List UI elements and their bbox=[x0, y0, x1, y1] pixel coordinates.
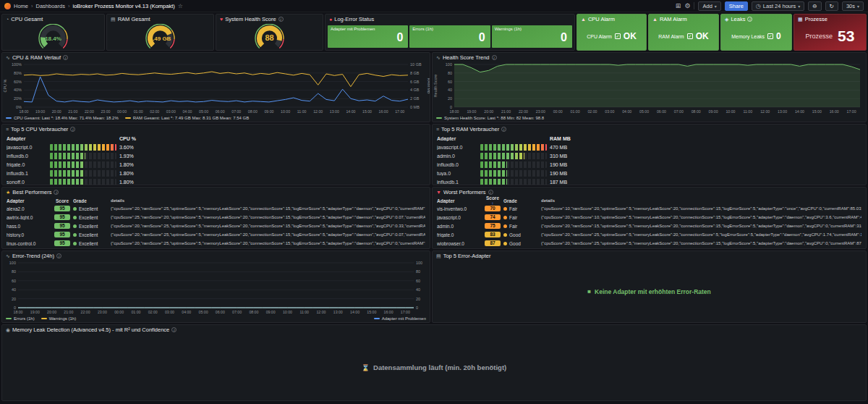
column-header-value[interactable]: RAM MB bbox=[550, 136, 586, 141]
top-nav: Home › Dashboards › ioBroker Prozess Mon… bbox=[0, 0, 868, 12]
svg-text:23:00: 23:00 bbox=[98, 310, 107, 314]
breadcrumb-home[interactable]: Home bbox=[14, 3, 28, 9]
svg-text:08:00: 08:00 bbox=[248, 109, 258, 114]
refresh-icon: ↻ bbox=[830, 3, 834, 9]
legend-item[interactable]: System Health Score: Last *: 88 Min: 82 … bbox=[436, 116, 544, 120]
health-score-chart[interactable]: 020406080100Health Score18:0019:0020:002… bbox=[433, 62, 866, 114]
column-header[interactable]: Score bbox=[54, 198, 70, 203]
grade-dot-icon bbox=[503, 224, 507, 228]
info-icon[interactable]: i bbox=[492, 55, 497, 60]
column-header-sorted[interactable]: Score ↑ bbox=[485, 195, 501, 206]
usage-bar bbox=[480, 161, 547, 168]
panel-title: CPU Gesamt bbox=[11, 16, 43, 22]
down-triangle-icon: ▼ bbox=[436, 190, 441, 195]
svg-text:18.4%: 18.4% bbox=[45, 35, 61, 42]
panel-header[interactable]: ◉ Memory Leak Detection (Advanced v4.5) … bbox=[2, 325, 866, 334]
panel-header[interactable]: ∿ CPU & RAM Verlauf i bbox=[2, 53, 430, 62]
svg-text:100: 100 bbox=[416, 261, 422, 265]
info-icon[interactable]: i bbox=[70, 127, 75, 132]
panel-header[interactable]: ≡ Top 5 CPU Verbraucher i bbox=[2, 125, 430, 134]
add-button[interactable]: Add ▾ bbox=[698, 1, 720, 11]
column-header[interactable]: Grade bbox=[503, 198, 538, 203]
column-header[interactable]: details bbox=[541, 198, 861, 203]
column-header[interactable]: Grade bbox=[73, 198, 108, 203]
breadcrumb-dashboards[interactable]: Dashboards bbox=[36, 3, 65, 9]
breadcrumb-dashboard-title[interactable]: ioBroker Prozess Monitor v4.13 (Kompakt) bbox=[72, 3, 174, 9]
panel-title: Health Score Trend bbox=[443, 54, 490, 61]
info-icon[interactable]: i bbox=[54, 190, 59, 195]
stat-label: Warnings (1h) bbox=[495, 27, 522, 31]
panel-log-error-status: ● Log-Error Status Adapter mit Problemen… bbox=[325, 14, 575, 51]
grade-cell: Excellent bbox=[73, 224, 108, 229]
info-icon[interactable]: i bbox=[747, 17, 752, 22]
svg-text:07:00: 07:00 bbox=[231, 109, 241, 114]
favorite-star-icon[interactable]: ☆ bbox=[178, 3, 183, 9]
panel-title: CPU Alarm bbox=[588, 16, 615, 22]
column-header-adapter[interactable]: Adapter bbox=[437, 136, 477, 141]
panel-header[interactable]: ● Log-Error Status bbox=[326, 14, 574, 24]
column-header[interactable]: Adapter bbox=[7, 198, 51, 203]
dashboard-settings-gear-icon[interactable]: ⚙ bbox=[684, 2, 690, 9]
info-icon[interactable]: i bbox=[278, 17, 284, 22]
svg-text:21:00: 21:00 bbox=[68, 109, 77, 114]
svg-text:03:00: 03:00 bbox=[165, 310, 174, 314]
column-header-adapter[interactable]: Adapter bbox=[7, 136, 47, 141]
legend-item[interactable]: RAM Gesamt: Last *: 7.49 GB Max: 8.31 GB… bbox=[125, 116, 249, 120]
table-icon: ▤ bbox=[436, 253, 441, 259]
info-icon[interactable]: i bbox=[63, 55, 68, 60]
prozesse-stat: Prozesse 53 bbox=[794, 22, 866, 50]
panel-header[interactable]: ★ Best Performers i bbox=[2, 188, 430, 197]
error-trend-chart[interactable]: 00202040406060808010010018:0019:0020:002… bbox=[2, 261, 430, 314]
panel-header[interactable]: ∿ Health Score Trend i bbox=[433, 53, 866, 62]
svg-text:04:00: 04:00 bbox=[182, 310, 191, 314]
svg-text:7.49 GB: 7.49 GB bbox=[150, 35, 171, 42]
adapter-name: frigate.0 bbox=[437, 232, 482, 237]
info-icon[interactable]: i bbox=[171, 327, 176, 332]
panel-cpu-alarm: ▲ CPU Alarm CPU Alarm ✓ OK bbox=[576, 14, 647, 51]
refresh-button[interactable]: ↻ bbox=[825, 1, 838, 11]
grafana-logo[interactable] bbox=[4, 3, 11, 9]
svg-text:21:00: 21:00 bbox=[501, 109, 511, 114]
grade-cell: Fair bbox=[503, 215, 538, 220]
legend-item[interactable]: Warnings (1h) bbox=[41, 316, 76, 321]
info-icon[interactable]: i bbox=[56, 253, 61, 258]
svg-text:17:00: 17:00 bbox=[401, 310, 410, 314]
column-header[interactable]: Adapter bbox=[437, 198, 482, 203]
cpu-ram-chart[interactable]: 0%0 MB20%2 GB40%4 GB60%6 GB80%8 GB100%10… bbox=[2, 62, 430, 114]
column-header[interactable]: details bbox=[111, 198, 425, 203]
adapter-name: frigate.0 bbox=[7, 162, 47, 167]
info-icon[interactable]: i bbox=[501, 127, 506, 132]
legend-item[interactable]: Errors (1h) bbox=[6, 316, 35, 321]
ram-gauge: 7.49 GB bbox=[107, 24, 213, 50]
panel-header[interactable]: ♥ System Health Score i bbox=[216, 14, 323, 24]
table-row: awtrix-light.095Excellent{"cpuScore":25,… bbox=[7, 213, 425, 222]
svg-text:15:00: 15:00 bbox=[812, 109, 822, 114]
svg-text:11:00: 11:00 bbox=[297, 109, 307, 114]
panel-header[interactable]: ◔ CPU Gesamt bbox=[2, 14, 104, 24]
panel-cpu-gesamt: ◔ CPU Gesamt 18.4% bbox=[1, 14, 105, 51]
add-panel-icon[interactable]: ⊞ bbox=[676, 2, 681, 9]
panel-header[interactable]: ≡ Top 5 RAM Verbraucher i bbox=[433, 125, 866, 134]
panel-header[interactable]: ▤ RAM Gesamt bbox=[107, 14, 213, 24]
refresh-interval-picker[interactable]: 30s ▾ bbox=[842, 1, 864, 11]
panel-header[interactable]: ▤ Top 5 Error-Adapter bbox=[433, 251, 866, 261]
info-icon[interactable]: i bbox=[488, 190, 493, 195]
legend-item[interactable]: CPU Gesamt: Last *: 18.4% Max: 71.4% Mea… bbox=[6, 116, 119, 120]
column-spacer bbox=[50, 135, 116, 142]
svg-text:18:00: 18:00 bbox=[14, 310, 23, 314]
svg-text:22:00: 22:00 bbox=[85, 109, 94, 114]
grade-cell: Excellent bbox=[73, 206, 108, 211]
panel-header[interactable]: ∿ Error-Trend (24h) i bbox=[2, 251, 430, 261]
svg-text:00:00: 00:00 bbox=[117, 109, 127, 114]
share-button[interactable]: Share bbox=[725, 1, 748, 11]
svg-text:80: 80 bbox=[12, 269, 16, 274]
table-row: javascript.0470 MB bbox=[437, 143, 861, 151]
zoom-out-button[interactable]: ⊖ bbox=[808, 1, 821, 11]
legend-item[interactable]: Adapter mit Problemen bbox=[374, 316, 426, 321]
usage-value: 1.80% bbox=[119, 162, 156, 167]
message-text: Keine Adapter mit erhöhten Error-Raten bbox=[595, 288, 711, 295]
column-header-value[interactable]: CPU % bbox=[119, 136, 156, 141]
time-range-picker[interactable]: ◷ Last 24 hours ▾ bbox=[752, 1, 804, 11]
svg-text:12:00: 12:00 bbox=[313, 109, 323, 114]
panel-worst-performers: ▼ Worst Performers i Adapter Score ↑ Gra… bbox=[432, 187, 867, 249]
